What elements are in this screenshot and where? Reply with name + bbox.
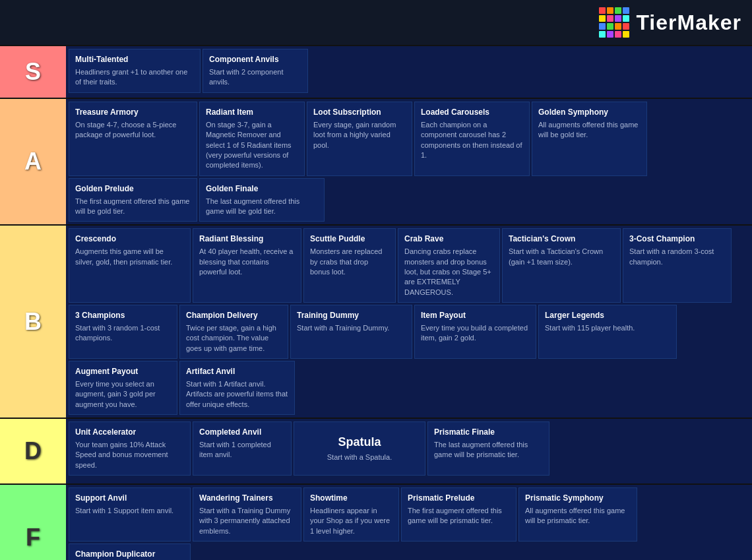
item-showtime: Showtime Headliners appear in your Shop … [303, 487, 399, 542]
item-desc: Every stage, gain random loot from a hig… [313, 120, 406, 150]
item-desc: Your team gains 10% Attack Speed and bon… [75, 440, 184, 470]
item-title: Prismatic Prelude [408, 493, 510, 504]
item-title: Prismatic Finale [434, 427, 543, 438]
item-desc: Start with 1 Artifact anvil. Artifacts a… [186, 379, 288, 410]
logo-pixel [607, 7, 613, 14]
tier-label-s: S [0, 46, 66, 98]
item-title: Component Anvils [209, 54, 301, 65]
item-multi-talented: Multi-Talented Headliners grant +1 to an… [69, 49, 201, 93]
logo-pixel [623, 31, 629, 38]
item-desc: Monsters are replaced by crabs that drop… [310, 247, 389, 277]
item-title: 3-Cost Champion [629, 233, 725, 245]
item-title: Unit Accelerator [75, 427, 184, 438]
tier-row-f: F Support Anvil Start with 1 Support ite… [0, 485, 752, 560]
item-title: Tactician's Crown [509, 233, 614, 245]
tier-b-content: Crescendo Augments this game will be sil… [66, 226, 752, 418]
logo-grid [599, 7, 629, 38]
item-title: Crescendo [75, 233, 184, 245]
item-title: Champion Duplicator [75, 549, 184, 560]
item-title: Champion Delivery [186, 310, 282, 321]
app-container: TierMaker S Multi-Talented Headliners gr… [0, 0, 752, 560]
item-desc: The first augment offered this game will… [75, 197, 191, 217]
item-item-payout: Item Payout Every time you build a compl… [414, 305, 536, 359]
logo-pixel [615, 15, 621, 22]
item-desc: Start with a Training Dummy. [297, 323, 406, 333]
tier-a-content: Treasure Armory On stage 4-7, choose a 5… [66, 99, 752, 224]
item-title: Scuttle Puddle [310, 233, 389, 245]
item-spatula: Spatula Start with a Spatula. [294, 421, 425, 476]
item-desc: On stage 3-7, gain a Magnetic Remover an… [206, 120, 298, 171]
tier-row-d: D Unit Accelerator Your team gains 10% A… [0, 419, 752, 485]
item-title: Showtime [310, 493, 392, 504]
item-golden-finale: Golden Finale The last augment offered t… [199, 178, 325, 222]
item-desc: Start with a Spatula. [327, 452, 392, 462]
item-title: Treasure Armory [75, 107, 191, 118]
item-desc: Start with 2 component anvils. [209, 67, 301, 88]
tier-row-b: B Crescendo Augments this game will be s… [0, 226, 752, 419]
logo-pixel [615, 7, 621, 14]
item-radiant-item: Radiant Item On stage 3-7, gain a Magnet… [199, 102, 305, 176]
item-desc: At 40 player health, receive a blessing … [199, 247, 295, 277]
logo-pixel [623, 7, 629, 14]
item-radiant-blessing: Radiant Blessing At 40 player health, re… [193, 228, 301, 303]
logo-pixel [607, 15, 613, 22]
item-loot-subscription: Loot Subscription Every stage, gain rand… [307, 102, 412, 176]
tier-label-b: B [0, 226, 66, 418]
item-completed-anvil: Completed Anvil Start with 1 completed i… [193, 421, 292, 476]
tier-row-a: A Treasure Armory On stage 4-7, choose a… [0, 99, 752, 226]
item-augment-payout: Augment Payout Every time you select an … [69, 361, 177, 415]
item-treasure-armory: Treasure Armory On stage 4-7, choose a 5… [69, 102, 197, 176]
item-desc: Augments this game will be silver, gold,… [75, 247, 184, 267]
tier-row-s: S Multi-Talented Headliners grant +1 to … [0, 46, 752, 99]
brand-name: TierMaker [636, 11, 741, 35]
item-wandering-trainers: Wandering Trainers Start with a Training… [193, 487, 301, 542]
item-desc: All augments offered this game will be g… [538, 120, 641, 140]
item-title: 3 Champions [75, 310, 171, 321]
header: TierMaker [0, 0, 752, 46]
item-title: Radiant Blessing [199, 233, 295, 245]
item-title: Artifact Anvil [186, 366, 288, 377]
item-loaded-carousels: Loaded Carousels Each champion on a comp… [414, 102, 530, 176]
item-desc: Headliners appear in your Shop as if you… [310, 506, 392, 536]
item-prismatic-finale: Prismatic Finale The last augment offere… [427, 421, 549, 476]
item-prismatic-prelude: Prismatic Prelude The first augment offe… [401, 487, 517, 542]
item-title: Radiant Item [206, 107, 298, 118]
item-tacticians-crown: Tactician's Crown Start with a Tactician… [502, 228, 621, 303]
item-title: Training Dummy [297, 310, 406, 321]
item-3cost-champion: 3-Cost Champion Start with a random 3-co… [623, 228, 732, 303]
item-desc: All augments offered this game will be p… [525, 506, 631, 526]
item-title: Crab Rave [404, 233, 493, 245]
item-component-anvils: Component Anvils Start with 2 component … [203, 49, 308, 93]
item-3-champions: 3 Champions Start with 3 random 1-cost c… [69, 305, 177, 359]
item-title: Larger Legends [545, 310, 670, 321]
tier-s-content: Multi-Talented Headliners grant +1 to an… [66, 46, 752, 98]
item-champion-delivery: Champion Delivery Twice per stage, gain … [179, 305, 288, 359]
item-title: Multi-Talented [75, 54, 194, 65]
logo-pixel [599, 15, 606, 22]
item-desc: Start with a Training Dummy with 3 perma… [199, 506, 295, 536]
item-crescendo: Crescendo Augments this game will be sil… [69, 228, 191, 303]
item-desc: Start with 115 player health. [545, 323, 670, 333]
item-desc: The first augment offered this game will… [408, 506, 510, 526]
item-prismatic-symphony: Prismatic Symphony All augments offered … [518, 487, 637, 542]
tier-label-d: D [0, 419, 66, 483]
logo-pixel [607, 31, 613, 38]
item-desc: Dancing crabs replace monsters and drop … [404, 247, 493, 297]
logo-pixel [599, 23, 606, 30]
item-title: Loot Subscription [313, 107, 406, 118]
logo-pixel [607, 23, 613, 30]
item-desc: Every time you build a completed item, g… [421, 323, 530, 344]
item-training-dummy: Training Dummy Start with a Training Dum… [290, 305, 412, 359]
logo-pixel [599, 31, 606, 38]
item-title: Item Payout [421, 310, 530, 321]
item-desc: Each champion on a component carousel ha… [421, 120, 523, 161]
item-desc: Start with 1 completed item anvil. [199, 440, 285, 460]
item-desc: The last augment offered this game will … [434, 440, 543, 460]
item-title: Golden Prelude [75, 183, 191, 195]
item-title: Spatula [338, 434, 381, 451]
item-desc: Start with a random 3-cost champion. [629, 247, 725, 267]
item-title: Wandering Trainers [199, 493, 295, 504]
logo-pixel [623, 23, 629, 30]
item-artifact-anvil: Artifact Anvil Start with 1 Artifact anv… [179, 361, 295, 415]
tiermaker-logo: TierMaker [599, 7, 741, 38]
